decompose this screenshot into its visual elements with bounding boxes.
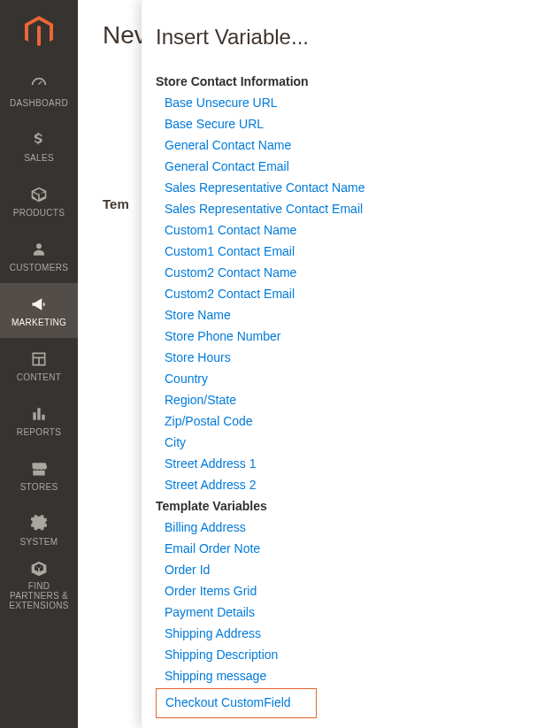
customers-icon — [29, 240, 49, 259]
nav-label: SALES — [24, 153, 54, 163]
variable-link[interactable]: Region/State — [165, 393, 236, 407]
dashboard-icon — [29, 75, 49, 95]
variable-link[interactable]: City — [165, 435, 186, 449]
variable-link[interactable]: Store Hours — [165, 350, 231, 364]
group-header-template-vars: Template Variables — [156, 499, 546, 513]
nav-label: CONTENT — [17, 372, 61, 382]
admin-sidebar: DASHBOARD SALES PRODUCTS CUSTOMERS MARKE… — [0, 0, 78, 728]
nav-label: REPORTS — [17, 427, 61, 437]
nav-content[interactable]: CONTENT — [0, 338, 78, 393]
variable-link[interactable]: Store Name — [165, 308, 231, 322]
sales-icon — [29, 130, 49, 149]
nav-label: CUSTOMERS — [10, 263, 68, 272]
section-label: Tem — [103, 196, 129, 211]
highlighted-variable: Checkout CustomField — [156, 688, 317, 718]
content-icon — [29, 349, 49, 369]
variable-link-checkout-customfield[interactable]: Checkout CustomField — [165, 695, 291, 709]
variable-link[interactable]: Shipping message — [165, 669, 266, 683]
nav-sales[interactable]: SALES — [0, 119, 78, 173]
variable-link[interactable]: Custom2 Contact Name — [165, 265, 296, 280]
nav-partners[interactable]: FIND PARTNERS & EXTENSIONS — [0, 557, 78, 612]
variable-link[interactable]: Order Id — [165, 563, 210, 577]
modal-title: Insert Variable... — [156, 25, 546, 50]
magento-logo-icon — [25, 16, 53, 48]
nav-dashboard[interactable]: DASHBOARD — [0, 64, 78, 119]
variable-link[interactable]: Shipping Description — [165, 648, 278, 662]
group-header-store-contact: Store Contact Information — [156, 74, 546, 88]
variable-link[interactable]: General Contact Email — [165, 159, 289, 173]
nav-marketing[interactable]: MARKETING — [0, 283, 78, 338]
variable-link[interactable]: Base Secure URL — [165, 117, 264, 131]
variable-link[interactable]: Billing Address — [165, 520, 246, 534]
nav-system[interactable]: SYSTEM — [0, 502, 78, 557]
variable-link[interactable]: Custom2 Contact Email — [165, 287, 295, 301]
variable-link[interactable]: Sales Representative Contact Name — [165, 180, 364, 195]
nav-label: DASHBOARD — [10, 98, 68, 108]
nav-label: FIND PARTNERS & EXTENSIONS — [4, 581, 74, 610]
nav-stores[interactable]: STORES — [0, 448, 78, 502]
marketing-icon — [29, 295, 49, 314]
reports-icon — [29, 404, 49, 424]
nav-products[interactable]: PRODUCTS — [0, 173, 78, 228]
nav-label: MARKETING — [12, 318, 66, 327]
variable-list-store-contact: Base Unsecure URL Base Secure URL Genera… — [165, 92, 546, 495]
magento-logo[interactable] — [0, 0, 78, 64]
system-icon — [29, 514, 49, 533]
stores-icon — [29, 459, 49, 479]
variable-link[interactable]: Street Address 1 — [165, 456, 257, 471]
variable-link[interactable]: Store Phone Number — [165, 329, 281, 343]
variable-link[interactable]: Payment Details — [165, 605, 255, 619]
variable-link[interactable]: Sales Representative Contact Email — [165, 202, 363, 216]
variable-link[interactable]: Custom1 Contact Email — [165, 244, 295, 258]
products-icon — [29, 185, 49, 204]
variable-link[interactable]: Order Items Grid — [165, 584, 257, 598]
variable-link[interactable]: Base Unsecure URL — [165, 96, 278, 110]
variable-link[interactable]: Custom1 Contact Name — [165, 223, 296, 237]
variable-list-template-vars: Billing Address Email Order Note Order I… — [165, 517, 546, 686]
partners-icon — [29, 560, 49, 578]
variable-link[interactable]: Email Order Note — [165, 541, 260, 556]
insert-variable-modal: Insert Variable... Store Contact Informa… — [142, 0, 560, 728]
variable-link[interactable]: Country — [165, 372, 208, 386]
variable-link[interactable]: General Contact Name — [165, 138, 291, 152]
nav-label: SYSTEM — [20, 537, 58, 547]
variable-link[interactable]: Zip/Postal Code — [165, 414, 253, 428]
variable-link[interactable]: Street Address 2 — [165, 478, 257, 492]
nav-label: STORES — [20, 482, 58, 492]
variable-link[interactable]: Shipping Address — [165, 626, 261, 640]
nav-label: PRODUCTS — [13, 208, 65, 218]
nav-reports[interactable]: REPORTS — [0, 393, 78, 448]
nav-customers[interactable]: CUSTOMERS — [0, 228, 78, 283]
